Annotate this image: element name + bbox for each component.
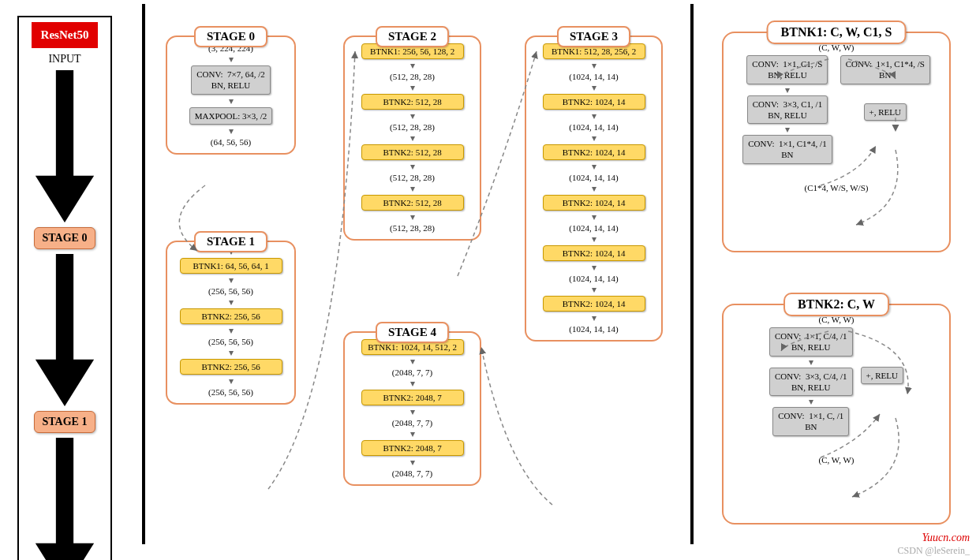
stage3-b2: BTNK2: 1024, 14 [543, 94, 645, 110]
divider [690, 4, 694, 544]
dash-arrow-icon: ▾ [229, 299, 234, 305]
stage3-b3: BTNK2: 1024, 14 [543, 144, 645, 160]
divider [142, 4, 145, 544]
dash-arrow-icon: ▾ [592, 135, 596, 141]
stage4-b2: BTNK2: 2048, 7 [361, 390, 464, 405]
stage1-s3: (256, 56, 56) [208, 387, 253, 397]
stage1-s1: (256, 56, 56) [208, 286, 253, 296]
stage4-s1: (2048, 7, 7) [392, 368, 432, 377]
dash-arrow-icon: ▾ [592, 236, 596, 242]
stage3-panel: STAGE 3 BTNK1: 512, 28, 256, 2 ▾ (1024, … [525, 35, 663, 342]
watermark-csdn: CSDN @leSerein_ [898, 545, 970, 557]
svg-marker-3 [36, 360, 94, 406]
btnk1-c3: CONV: 1×1, C1*4, /1 BN [742, 135, 832, 164]
dash-arrow-icon: ▾ [410, 409, 415, 415]
stage0-pool: MAXPOOL: 3×3, /2 [189, 107, 272, 125]
stage2-s1: (512, 28, 28) [390, 72, 435, 81]
btnk1-panel: BTNK1: C, W, C1, S (C, W, W) CONV: 1×1, … [722, 32, 951, 252]
stage3-s5: (1024, 14, 14) [569, 274, 618, 283]
stage0-out: (64, 56, 56) [211, 137, 251, 147]
stage4-panel: STAGE 4 BTNK1: 1024, 14, 512, 2 ▾ (2048,… [343, 331, 481, 486]
stage2-b2: BTNK2: 512, 28 [361, 94, 464, 110]
dash-arrow-icon: ▾ [410, 185, 415, 192]
stage0-conv: CONV: 7×7, 64, /2 BN, RELU [191, 65, 271, 95]
stage3-b5: BTNK2: 1024, 14 [543, 245, 645, 261]
stage2-title: STAGE 2 [376, 26, 449, 47]
btnk1-out: (C1*4, W/S, W/S) [730, 183, 943, 192]
btnk2-c3: CONV: 1×1, C, /1 BN [772, 407, 849, 436]
dash-arrow-icon: ▾ [410, 380, 415, 386]
arrow-down-icon [24, 254, 106, 406]
dash-arrow-icon: ▾ [229, 378, 234, 384]
btnk1-c2: CONV: 3×3, C1, /1 BN, RELU [747, 95, 828, 125]
stage3-title: STAGE 3 [557, 26, 630, 47]
stage3-s6: (1024, 14, 14) [569, 324, 618, 334]
stage3-b6: BTNK2: 1024, 14 [543, 296, 645, 312]
dash-arrow-icon: ▾ [592, 84, 596, 91]
btnk1-c1: CONV: 1×1, C1, /S BN, RELU [746, 55, 828, 84]
dash-arrow-icon: ▾ [229, 56, 234, 62]
btnk2-out: (C, W, W) [730, 455, 943, 465]
dash-arrow-icon: ▾ [592, 264, 596, 271]
btnk1-title: BTNK1: C, W, C1, S [767, 21, 907, 44]
stage3-s3: (1024, 14, 14) [569, 173, 618, 182]
stage0-title: STAGE 0 [194, 26, 267, 47]
svg-marker-5 [36, 543, 94, 560]
stage1-title: STAGE 1 [194, 231, 267, 252]
stage3-s1: (1024, 14, 14) [569, 72, 618, 81]
dash-arrow-icon: ▾ [410, 62, 415, 69]
dash-arrow-icon: ▾ [785, 126, 790, 133]
dash-arrow-icon: ▾ [809, 359, 813, 365]
dash-arrow-icon: ▾ [592, 185, 596, 192]
dash-arrow-icon: ▾ [410, 163, 415, 170]
watermark-yuucn: Yuucn.com [922, 532, 970, 544]
dash-arrow-icon: ▾ [592, 62, 596, 69]
stage2-panel: STAGE 2 BTNK1: 256, 56, 128, 2 ▾ (512, 2… [343, 35, 481, 241]
btnk2-c2: CONV: 3×3, C/4, /1 BN, RELU [769, 368, 853, 397]
dash-arrow-icon: ▾ [592, 286, 596, 293]
dash-arrow-icon: ▾ [410, 84, 415, 91]
resnet-overview: ResNet50 INPUT STAGE 0 STAGE 1 STAGE 2 S… [17, 16, 112, 560]
stage2-s4: (512, 28, 28) [390, 223, 435, 233]
svg-marker-1 [36, 176, 94, 222]
dash-arrow-icon: ▾ [809, 398, 813, 405]
input-label: INPUT [48, 53, 80, 65]
dash-arrow-icon: ▾ [410, 135, 415, 141]
stage-0-btn: STAGE 0 [34, 227, 96, 249]
stage2-b3: BTNK2: 512, 28 [361, 144, 464, 160]
dash-arrow-icon: ▾ [410, 459, 415, 465]
stage1-b3: BTNK2: 256, 56 [180, 359, 282, 375]
stage3-b4: BTNK2: 1024, 14 [543, 195, 645, 211]
dash-arrow-icon: ▾ [229, 98, 234, 104]
stage4-b3: BTNK2: 2048, 7 [361, 440, 464, 456]
btnk2-add: +, RELU [861, 367, 903, 384]
dash-arrow-icon: ▾ [229, 128, 234, 134]
stage1-panel: STAGE 1 ▾ BTNK1: 64, 56, 64, 1 ▾ (256, 5… [166, 241, 296, 405]
btnk2-panel: BTNK2: C, W (C, W, W) CONV: 1×1, C/4, /1… [722, 304, 951, 525]
dash-arrow-icon: ▾ [229, 327, 234, 334]
stage-1-btn: STAGE 1 [34, 411, 96, 433]
dash-arrow-icon: ▾ [592, 315, 596, 321]
arrow-down-icon [24, 70, 106, 222]
btnk2-c1: CONV: 1×1, C/4, /1 BN, RELU [769, 327, 853, 357]
dash-arrow-icon: ▾ [229, 277, 234, 283]
stage2-s2: (512, 28, 28) [390, 122, 435, 132]
stage3-s2: (1024, 14, 14) [569, 122, 618, 132]
stage1-b2: BTNK2: 256, 56 [180, 308, 282, 324]
dash-arrow-icon: ▾ [410, 214, 415, 220]
stage2-b4: BTNK2: 512, 28 [361, 195, 464, 211]
stage4-s2: (2048, 7, 7) [392, 418, 432, 427]
stage2-s3: (512, 28, 28) [390, 173, 435, 182]
stage0-panel: STAGE 0 (3, 224, 224) ▾ CONV: 7×7, 64, /… [166, 35, 296, 155]
dash-arrow-icon: ▾ [592, 214, 596, 220]
dash-arrow-icon: ▾ [229, 349, 234, 356]
stage1-s2: (256, 56, 56) [208, 337, 253, 346]
dash-arrow-icon: ▾ [785, 87, 790, 93]
btnk1-add: +, RELU [864, 103, 907, 121]
resnet-title: ResNet50 [32, 22, 99, 48]
btnk2-title: BTNK2: C, W [783, 293, 889, 316]
stage3-s4: (1024, 14, 14) [569, 223, 618, 233]
dash-arrow-icon: ▾ [410, 113, 415, 119]
stage4-title: STAGE 4 [376, 322, 449, 343]
stage4-s3: (2048, 7, 7) [392, 469, 432, 478]
